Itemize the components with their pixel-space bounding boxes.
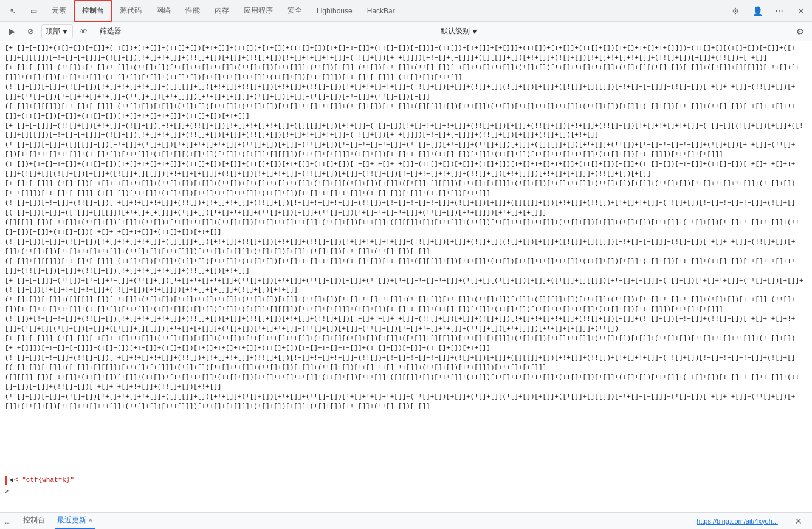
- level-label: 默认级别: [441, 26, 470, 36]
- console-line: ([][[]]+[])[+!+[]]+(!![]+[])[+[]]+(!![])…: [5, 218, 807, 237]
- console-line: (!![]+[])[+[]]+([][[]]+[])[+!+[]]+(![]+[…: [5, 140, 807, 160]
- tab-hackbar[interactable]: HackBar: [360, 0, 402, 22]
- console-output-area: [+![]+[+[]]+(![]+[])[+[]]+(!![])+[!+[]]+…: [0, 41, 812, 512]
- block-button[interactable]: ⊘: [23, 24, 38, 39]
- tab-elements[interactable]: 元素: [44, 0, 74, 22]
- expand-row: >: [5, 486, 807, 497]
- location-selector[interactable]: 顶部 ▼: [41, 24, 73, 38]
- console-line: (!![]+[])[+[]]+(![]+[])[!+[]+!+[]+!+[]]+…: [5, 237, 807, 257]
- console-toolbar: ▶ ⊘ 顶部 ▼ 👁 筛选器 默认级别 ▼ ⚙: [0, 22, 812, 41]
- expand-icon[interactable]: ◀: [9, 476, 13, 485]
- bottom-close-button[interactable]: ✕: [790, 513, 807, 530]
- tab-list: ↖ ▭ 元素 控制台 源代码 网络 性能 内存 应用程序 安全 Lighthou…: [2, 0, 727, 22]
- tab-network[interactable]: 网络: [149, 0, 178, 22]
- console-line: (!![])+[!+[]+!+[]]+(!![]+[])[!+[]+!+[]+!…: [5, 160, 807, 179]
- location-label: 顶部: [46, 26, 60, 36]
- level-chevron-icon: ▼: [471, 27, 478, 36]
- tab-cursor[interactable]: ↖: [2, 0, 23, 22]
- bottom-tab-console-label: 控制台: [23, 515, 45, 525]
- console-line: [+![]+[+[]]]+(!![])+[!+[]+!+[]]+(!![]+[]…: [5, 276, 807, 296]
- bottom-tab-recent[interactable]: 最近更新 ×: [55, 513, 95, 530]
- expand-indicator[interactable]: >: [5, 487, 12, 496]
- console-line: ([![]]+[][[]])[+!+[]+[+[]]]+(!![]+[])[+[…: [5, 257, 807, 276]
- console-line: ([][[]]+[])[+!+[]]+(!![]+[])[+[]]+(!![])…: [5, 373, 807, 392]
- bottom-link[interactable]: https://bing.com/ait/4xyoh...: [697, 517, 778, 525]
- cursor-icon: ↖: [10, 7, 16, 15]
- location-chevron-icon: ▼: [61, 27, 69, 36]
- bottom-tab-close-icon[interactable]: ×: [89, 517, 92, 524]
- close-devtools-button[interactable]: ✕: [793, 2, 810, 19]
- tab-screen[interactable]: ▭: [23, 0, 44, 22]
- more-icon[interactable]: ⋯: [771, 2, 788, 19]
- console-line: (!![])+[!+[]+!+[]]+(!![]+[])[!+[]+!+[]+!…: [5, 315, 807, 334]
- bottom-tab-recent-label: 最近更新: [57, 515, 86, 525]
- screen-icon: ▭: [30, 7, 37, 15]
- tab-bar-actions: ⚙ 👤 ⋯ ✕: [727, 2, 810, 19]
- bottom-bar: ... 控制台 最近更新 × https://bing.com/ait/4xyo…: [0, 512, 812, 529]
- console-results: ◀ < "ctf{whatfk}" >: [5, 476, 807, 498]
- console-line: [+![]+[+[]]]+(!![])+[!+[]+!+[]]+(!![]+[]…: [5, 63, 807, 83]
- console-line: (!![]+[])[+!+[]]+(!![]+[])[!+[]+!+[]+!+[…: [5, 353, 807, 373]
- tab-application[interactable]: 应用程序: [236, 0, 280, 22]
- console-lines: [+![]+[+[]]+(![]+[])[+[]]+(!![])+[!+[]]+…: [5, 44, 807, 473]
- console-line: (!![]+[])[+[]]+([][[]]+[])[+!+[]]+(![]+[…: [5, 295, 807, 315]
- play-button[interactable]: ▶: [5, 24, 19, 39]
- tab-sources[interactable]: 源代码: [112, 0, 149, 22]
- tab-console[interactable]: 控制台: [74, 0, 112, 22]
- tab-security[interactable]: 安全: [280, 0, 309, 22]
- console-line: ([![]]+[][[]])[+!+[]+[+[]]]+(!![]+[])[+[…: [5, 102, 807, 121]
- devtools-tab-bar: ↖ ▭ 元素 控制台 源代码 网络 性能 内存 应用程序 安全 Lighthou…: [0, 0, 812, 22]
- bottom-tab-console[interactable]: 控制台: [21, 513, 47, 530]
- tab-memory[interactable]: 内存: [207, 0, 236, 22]
- bottom-ellipsis-icon[interactable]: ...: [5, 517, 11, 525]
- result-row: ◀ < "ctf{whatfk}": [5, 476, 807, 485]
- console-line: (!![]+[])[+[]]+(![]+[])[!+[]+!+[]+!+[]]+…: [5, 83, 807, 102]
- eye-button[interactable]: 👁: [77, 24, 91, 39]
- console-line: [+![]+[+[]]+(![]+[])[+[]]+(!![])+[!+[]]+…: [5, 44, 807, 63]
- result-value: < "ctf{whatfk}": [14, 476, 74, 485]
- console-line: [+![]+[+[]]]+(![]+[])[!+[]+!+[]+!+[]]+(!…: [5, 334, 807, 353]
- tab-lighthouse[interactable]: Lighthouse: [309, 0, 360, 22]
- console-line: [+![]+[+[]]]+(!![]+[])[+!+[]]+(![]+[])[+…: [5, 121, 807, 141]
- person-icon[interactable]: 👤: [749, 2, 766, 19]
- console-line: (!![]+[])[+!+[]]+(!![]+[])[!+[]+!+[]+!+[…: [5, 199, 807, 218]
- console-line: (!![]+[])[+[]]+(![]+[])[!+[]+!+[]+!+[]]+…: [5, 392, 807, 412]
- filter-button[interactable]: 筛选器: [95, 25, 126, 38]
- tab-performance[interactable]: 性能: [178, 0, 207, 22]
- level-selector[interactable]: 默认级别 ▼: [437, 25, 482, 38]
- console-line: [+![]+[+[]]]+(![]+[])[!+[]+!+[]+!+[]]+(!…: [5, 179, 807, 199]
- settings-icon[interactable]: ⚙: [727, 2, 744, 19]
- console-settings-icon[interactable]: ⚙: [793, 24, 807, 39]
- filter-label: 筛选器: [100, 26, 122, 36]
